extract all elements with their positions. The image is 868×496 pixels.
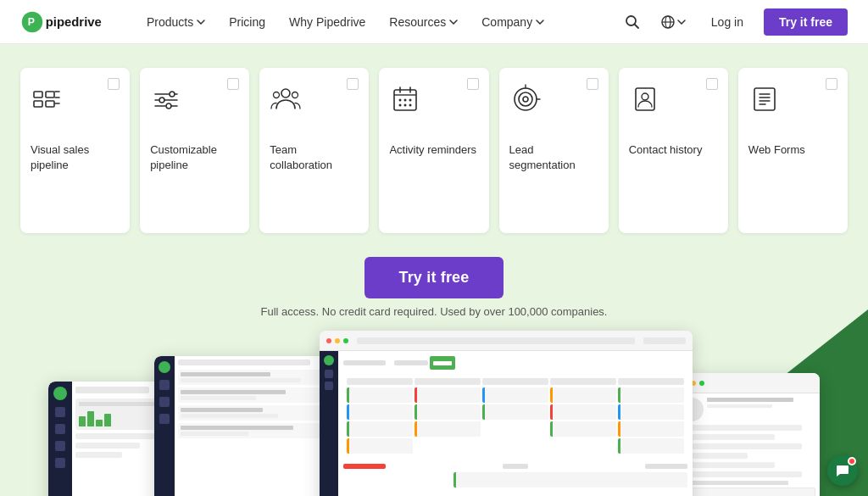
svg-text:pipedrive: pipedrive [46,15,102,29]
feature-cards-section: Visual sales pipeline Customizable pipel [0,44,868,250]
svg-rect-11 [46,101,54,107]
svg-line-4 [634,24,638,28]
card-label: Team collaboration [270,142,359,172]
svg-point-24 [281,89,290,98]
card-label: Customizable pipeline [150,142,239,172]
svg-rect-9 [34,101,42,107]
nav-pricing[interactable]: Pricing [219,10,275,34]
globe-icon [660,14,676,30]
nav-resources[interactable]: Resources [379,10,468,34]
target-icon [509,83,542,119]
feature-card-customizable-pipeline[interactable]: Customizable pipeline [140,68,249,233]
svg-point-34 [399,104,402,107]
card-label: Activity reminders [389,142,476,158]
svg-point-25 [274,92,280,98]
card-label: Contact history [629,142,703,158]
pipeline-icon [31,83,63,119]
svg-point-38 [519,92,532,106]
chat-icon [835,463,850,478]
svg-point-32 [404,99,407,102]
search-icon [625,14,640,30]
card-checkbox[interactable] [108,78,120,90]
card-checkbox[interactable] [467,78,479,90]
card-label: Lead segmentation [509,142,598,172]
svg-point-31 [399,99,402,102]
forms-icon [748,83,781,119]
chevron-down-icon [197,20,205,25]
chevron-down-icon [536,20,544,25]
sidebar-mock [154,356,175,496]
card-checkbox[interactable] [826,78,837,90]
card-label: Visual sales pipeline [31,142,120,172]
mock-header [676,373,820,393]
screenshot-contact [676,373,820,496]
customize-icon [150,83,182,119]
svg-point-37 [515,88,537,110]
svg-rect-44 [754,88,775,110]
feature-card-activity-reminders[interactable]: Activity reminders [379,68,488,233]
svg-point-39 [523,97,528,102]
feature-card-team-collaboration[interactable]: Team collaboration [259,68,369,233]
cta-try-free-button[interactable]: Try it free [364,257,503,298]
feature-card-visual-sales-pipeline[interactable]: Visual sales pipeline [20,68,130,233]
cta-subtext: Full access. No credit card required. Us… [0,305,868,318]
nav-try-free-button[interactable]: Try it free [764,8,848,36]
card-label: Web Forms [748,142,805,158]
chevron-down-icon [449,20,458,25]
logo[interactable]: P pipedrive [20,10,109,34]
card-checkbox[interactable] [587,78,598,90]
search-button[interactable] [620,9,645,35]
activity-icon [389,83,421,119]
svg-point-35 [404,104,407,107]
chat-widget[interactable] [827,455,858,486]
sidebar-mock [48,382,72,496]
svg-point-26 [292,92,298,98]
language-selector[interactable] [655,9,691,35]
screenshot-insights [48,382,171,496]
svg-point-33 [409,99,412,102]
feature-card-contact-history[interactable]: Contact history [619,68,728,233]
card-checkbox[interactable] [706,78,718,90]
card-checkbox[interactable] [347,78,359,90]
nav-why-pipedrive[interactable]: Why Pipedrive [279,10,376,34]
feature-card-lead-segmentation[interactable]: Lead segmentation [499,68,609,233]
screenshots-section [0,331,868,496]
feature-card-web-forms[interactable]: Web Forms [738,68,848,233]
cta-section: Try it free Full access. No credit card … [0,250,868,332]
svg-text:P: P [28,16,35,28]
nav-company[interactable]: Company [471,10,554,34]
navbar: P pipedrive Products Pricing Why Pipedri… [0,0,868,44]
svg-point-36 [409,104,412,107]
svg-rect-10 [46,92,54,98]
main-content: Visual sales pipeline Customizable pipel [0,44,868,496]
svg-point-22 [166,103,171,109]
screenshot-leads [154,356,337,496]
nav-products[interactable]: Products [136,10,215,34]
nav-actions: Log in Try it free [620,8,848,36]
svg-point-16 [170,92,175,97]
chevron-down-icon [677,20,686,25]
mock-header [320,331,693,351]
card-checkbox[interactable] [227,78,239,90]
contact-icon [629,83,661,119]
svg-point-43 [642,93,648,100]
svg-rect-8 [34,92,42,98]
screenshot-pipeline [320,331,693,496]
team-icon [270,83,302,119]
nav-links: Products Pricing Why Pipedrive Resources… [136,10,620,34]
login-button[interactable]: Log in [701,10,754,34]
chat-notification-dot [848,457,856,465]
svg-point-19 [159,98,164,103]
